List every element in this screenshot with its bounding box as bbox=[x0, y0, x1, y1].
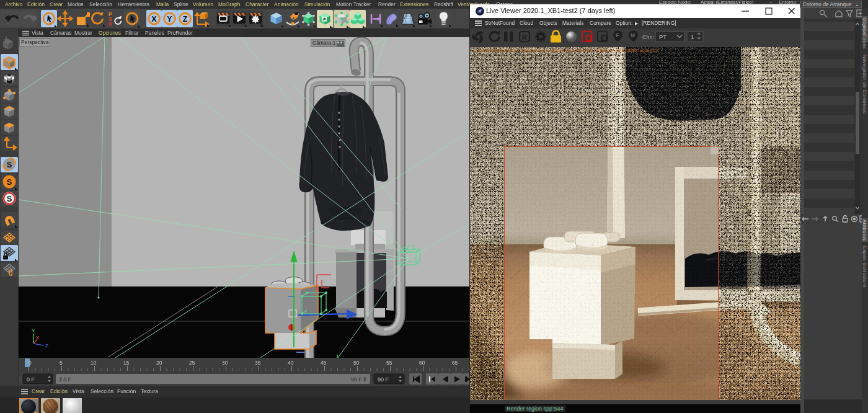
svg-text:(): () bbox=[9, 269, 13, 276]
svg-text:S: S bbox=[7, 194, 12, 203]
svg-text:Y: Y bbox=[32, 328, 35, 334]
svg-text:PT: PT bbox=[659, 33, 666, 40]
svg-text:Z: Z bbox=[183, 15, 188, 24]
svg-text:60: 60 bbox=[419, 360, 425, 366]
svg-text:40: 40 bbox=[288, 360, 294, 366]
svg-text:Z: Z bbox=[45, 343, 48, 349]
svg-text:0: 0 bbox=[29, 360, 32, 366]
svg-text:25: 25 bbox=[189, 360, 195, 366]
svg-text:90 F ‖: 90 F ‖ bbox=[351, 376, 366, 383]
svg-text:5: 5 bbox=[60, 360, 63, 366]
svg-text:X: X bbox=[36, 335, 40, 340]
svg-text:‖ 0 F: ‖ 0 F bbox=[60, 376, 72, 383]
svg-text:R: R bbox=[108, 21, 112, 27]
svg-text:0 F: 0 F bbox=[27, 376, 35, 383]
svg-text:15: 15 bbox=[123, 360, 130, 366]
svg-text:X: X bbox=[151, 15, 157, 24]
svg-text:65: 65 bbox=[452, 360, 458, 366]
svg-text:Y: Y bbox=[167, 15, 172, 24]
svg-text:1: 1 bbox=[691, 33, 694, 40]
svg-text:M: M bbox=[631, 32, 635, 38]
svg-text:20: 20 bbox=[156, 360, 162, 366]
svg-text:10: 10 bbox=[91, 360, 97, 366]
svg-text:Chn:: Chn: bbox=[642, 34, 654, 40]
svg-text:90 F: 90 F bbox=[378, 376, 389, 383]
svg-text:R: R bbox=[522, 33, 527, 41]
svg-text:55: 55 bbox=[386, 360, 392, 366]
svg-text:50: 50 bbox=[353, 360, 360, 366]
svg-text:S: S bbox=[7, 177, 12, 187]
svg-text:S: S bbox=[7, 160, 12, 169]
svg-text:35: 35 bbox=[255, 360, 261, 366]
svg-text:30: 30 bbox=[222, 360, 228, 366]
svg-text:45: 45 bbox=[321, 360, 327, 366]
svg-text:F: F bbox=[616, 32, 619, 38]
